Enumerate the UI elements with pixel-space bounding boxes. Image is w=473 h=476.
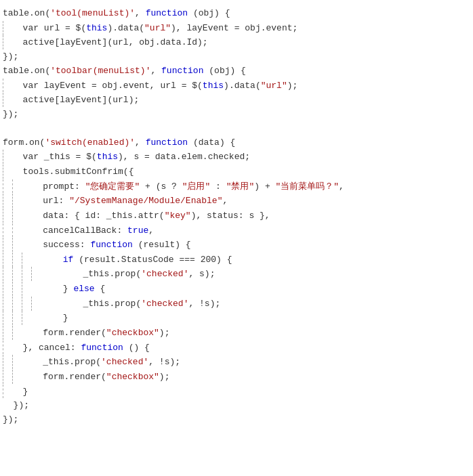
code-line-1: table.on('tool(menuList)', function (obj… — [1, 7, 472, 21]
code-line-21: _this.prop('checked', !s); — [1, 297, 472, 311]
code-line-17: success: function (result) { — [1, 238, 472, 253]
code-line-28: }); — [1, 399, 472, 413]
code-line-8: }); — [1, 108, 472, 122]
code-line-11: var _this = $(this), s = data.elem.check… — [1, 150, 472, 165]
code-line-25: _this.prop('checked', !s); — [1, 355, 472, 370]
code-line-20: } else { — [1, 282, 472, 297]
code-line-27: } — [1, 385, 472, 399]
code-line-3: active[layEvent](url, obj.data.Id); — [1, 35, 472, 50]
code-line-9 — [1, 122, 472, 136]
code-line-15: data: { id: _this.attr("key"), status: s… — [1, 209, 472, 223]
code-line-22: } — [1, 311, 472, 326]
code-line-19: _this.prop('checked', s); — [1, 267, 472, 282]
code-line-5: table.on('toolbar(menuList)', function (… — [1, 64, 472, 79]
code-line-7: active[layEvent](url); — [1, 93, 472, 108]
code-line-14: url: "/SystemManage/Module/Enable", — [1, 194, 472, 209]
code-line-24: }, cancel: function () { — [1, 341, 472, 355]
code-line-13: prompt: "您确定需要" + (s ? "启用" : "禁用") + "当… — [1, 179, 472, 194]
code-line-18: if (result.StatusCode === 200) { — [1, 253, 472, 267]
code-editor: table.on('tool(menuList)', function (obj… — [0, 3, 473, 476]
code-line-6: var layEvent = obj.event, url = $(this).… — [1, 79, 472, 93]
code-line-12: tools.submitConfrim({ — [1, 165, 472, 179]
code-line-4: }); — [1, 50, 472, 64]
code-line-2: var url = $(this).data("url"), layEvent … — [1, 21, 472, 36]
code-line-29: }); — [1, 413, 472, 427]
code-line-10: form.on('switch(enabled)', function (dat… — [1, 136, 472, 150]
code-line-26: form.render("checkbox"); — [1, 370, 472, 385]
code-line-23: form.render("checkbox"); — [1, 326, 472, 341]
code-line-16: cancelCallBack: true, — [1, 223, 472, 238]
